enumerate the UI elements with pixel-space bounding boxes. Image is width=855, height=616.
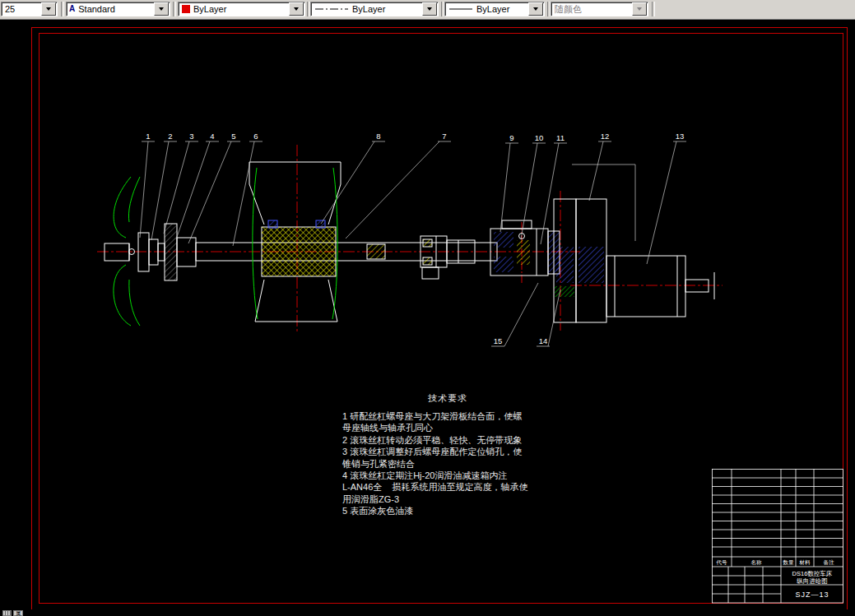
callout-3: 3 [189, 132, 193, 141]
chevron-down-icon[interactable] [154, 2, 169, 16]
chevron-down-icon [632, 2, 647, 16]
callout-5: 5 [231, 132, 235, 141]
properties-tab[interactable]: 属 [13, 610, 23, 616]
tech-req-line: 锥销与孔紧密结合 [342, 458, 565, 470]
lineweight-combo-value: ByLayer [473, 4, 528, 14]
callout-9: 9 [509, 133, 513, 142]
tb-col-material: 材料 [799, 559, 811, 566]
technical-requirements: 技术要求 1 研配丝杠螺母座与大刀架滑板结合面，使螺 母座轴线与轴承孔同心 2 … [342, 392, 565, 517]
callout-numbers: 1 2 3 4 5 6 8 7 9 10 11 12 13 15 14 [146, 132, 684, 345]
lineweight-preview-icon [448, 6, 473, 12]
tech-req-line: 母座轴线与轴承孔同心 [342, 422, 565, 433]
callout-leaders [140, 141, 686, 346]
ball-nut [262, 220, 336, 276]
callout-4: 4 [210, 132, 214, 141]
title-block-text: 代号 名称 数量 材料 备注 DS16数控车床 纵向进给图 SJZ—13 [716, 559, 835, 599]
drawing-frame [32, 28, 848, 610]
style-combo-value: Standard [75, 4, 154, 14]
tb-product-line2: 纵向进给图 [797, 577, 828, 585]
style-combo[interactable]: A Standard [66, 2, 170, 16]
lineweight-combo[interactable]: ByLayer [444, 2, 545, 16]
tech-req-line: L-AN46全 损耗系统用油至规定高度，轴承使 [342, 481, 565, 493]
tech-req-line: 用润滑脂ZG-3 [342, 493, 565, 505]
tb-col-remark: 备注 [824, 559, 835, 566]
tech-req-line: 2 滚珠丝杠转动必须平稳、轻快、无停带现象 [342, 434, 565, 446]
text-style-icon: A [69, 5, 75, 13]
linetype-combo[interactable]: ByLayer [310, 2, 439, 16]
chevron-down-icon[interactable] [289, 2, 304, 16]
tb-col-qty: 数量 [783, 559, 795, 565]
callout-13: 13 [676, 132, 685, 141]
callout-7: 7 [442, 132, 446, 141]
linetype-combo-value: ByLayer [349, 4, 422, 14]
end-bracket [554, 199, 606, 322]
centerlines [97, 145, 723, 332]
color-combo-value: ByLayer [190, 4, 289, 14]
callout-10: 10 [535, 133, 544, 142]
tech-req-line: 4 滚珠丝杠定期注Hj-20润滑油减速箱内注 [342, 470, 565, 481]
callout-8: 8 [376, 132, 380, 141]
linetype-preview-icon [314, 6, 349, 12]
layer-combo-value: 25 [2, 4, 41, 14]
plotstyle-combo: 随颜色 [551, 2, 648, 16]
status-bar: 属 [0, 609, 855, 616]
model-tab-icon[interactable] [2, 610, 12, 616]
tech-req-line: 3 滚珠丝杠调整好后螺母座配作定位销孔，使 [342, 446, 565, 457]
callout-15: 15 [494, 336, 503, 345]
callout-2: 2 [168, 132, 172, 141]
callout-14: 14 [539, 336, 548, 345]
toolbar-separator [652, 2, 655, 16]
object-properties-toolbar: 25 A Standard ByLayer ByLayer ByLayer 随颜… [0, 0, 855, 20]
tb-product-line1: DS16数控车床 [792, 570, 833, 577]
tb-col-code: 代号 [716, 559, 728, 565]
handwheel-outline [114, 177, 140, 326]
color-swatch-icon [182, 5, 190, 13]
toolbar-separator [61, 2, 64, 16]
plotstyle-combo-value: 随颜色 [551, 3, 632, 16]
shaft-key [367, 244, 385, 259]
tech-req-title: 技术要求 [428, 392, 565, 405]
callout-12: 12 [601, 132, 610, 141]
extension-lines [572, 164, 635, 241]
tech-req-line: 1 研配丝杠螺母座与大刀架滑板结合面，使螺 [342, 410, 565, 422]
toolbar-separator [173, 2, 176, 16]
tb-col-name: 名称 [751, 559, 763, 566]
tb-drawing-code: SJZ—13 [795, 591, 829, 599]
motor [606, 256, 714, 317]
layer-combo[interactable]: 25 [1, 2, 58, 16]
color-combo[interactable]: ByLayer [178, 2, 305, 16]
callout-11: 11 [556, 133, 565, 142]
chevron-down-icon[interactable] [528, 2, 543, 16]
tech-req-line: 5 表面涂灰色油漆 [342, 505, 565, 516]
chevron-down-icon[interactable] [41, 2, 56, 16]
drawing-canvas[interactable]: 1 2 3 4 5 6 8 7 9 10 11 12 13 15 14 [0, 0, 855, 616]
callout-1: 1 [146, 132, 150, 141]
callout-6: 6 [253, 132, 258, 141]
chevron-down-icon[interactable] [422, 2, 437, 16]
